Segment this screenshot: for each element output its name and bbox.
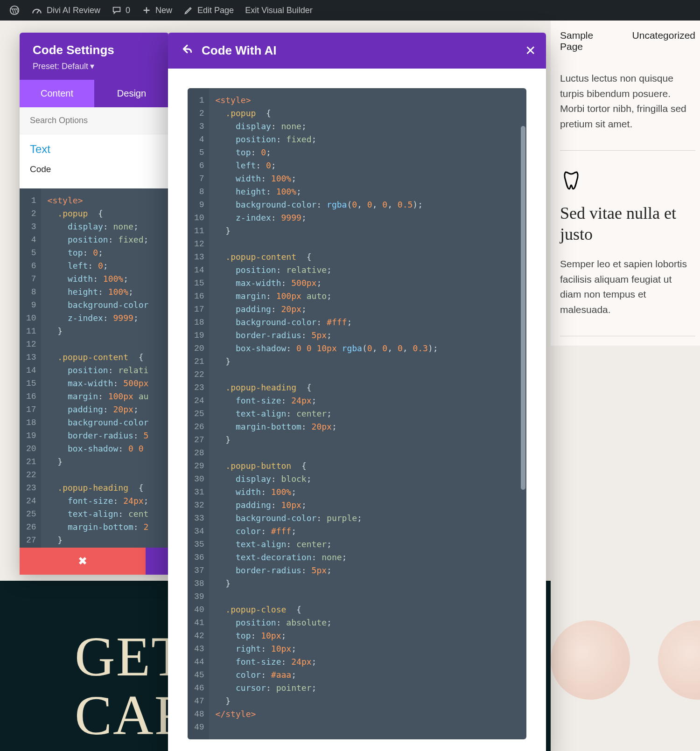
back-icon[interactable]	[181, 43, 193, 58]
search-options-input[interactable]	[20, 107, 169, 134]
panel-tabs: Content Design	[20, 80, 169, 107]
panel-header[interactable]: Code Settings Preset: Default▾	[20, 33, 169, 80]
panel-footer: ✖	[20, 548, 169, 575]
code-with-ai-modal: Code With AI ✕ 1234567891011121314151617…	[168, 33, 546, 751]
wp-site-name: Divi AI Review	[47, 6, 100, 15]
ai-modal-title: Code With AI	[202, 43, 277, 58]
decorative-circles	[551, 620, 700, 700]
code-editor-ai[interactable]: 1234567891011121314151617181920212223242…	[188, 88, 526, 739]
wp-comments[interactable]: 0	[106, 0, 136, 21]
text-section: Text Code	[20, 134, 169, 188]
site-nav: Sample Page Uncategorized	[560, 30, 695, 52]
wp-comment-count: 0	[126, 6, 130, 15]
cancel-button[interactable]: ✖	[20, 548, 146, 575]
code-label: Code	[30, 164, 159, 174]
save-button[interactable]	[146, 548, 169, 575]
wp-admin-bar: Divi AI Review 0 New Edit Page Exit Visu…	[0, 0, 700, 21]
close-icon[interactable]: ✕	[525, 43, 536, 58]
wp-logo[interactable]	[4, 0, 25, 21]
page-right-column: Sample Page Uncategorized Luctus lectus …	[551, 21, 700, 346]
ai-modal-header: Code With AI	[168, 33, 546, 69]
wp-exit-builder[interactable]: Exit Visual Builder	[239, 0, 318, 21]
article-block-2: Sed vitae nulla et justo Semper leo et s…	[560, 169, 695, 336]
preset-selector[interactable]: Preset: Default▾	[33, 61, 156, 71]
article-block-1: Luctus lectus non quisque turpis bibendu…	[560, 71, 695, 151]
article-body: Luctus lectus non quisque turpis bibendu…	[560, 71, 695, 132]
wp-new[interactable]: New	[136, 0, 178, 21]
code-editor-small[interactable]: 1234567891011121314151617181920212223242…	[20, 188, 169, 548]
scrollbar-thumb[interactable]	[521, 126, 525, 490]
code-settings-panel: Code Settings Preset: Default▾ Content D…	[20, 33, 169, 575]
nav-uncategorized[interactable]: Uncategorized	[632, 30, 695, 52]
tab-design[interactable]: Design	[94, 80, 169, 107]
wp-edit-page[interactable]: Edit Page	[178, 0, 239, 21]
wp-site-link[interactable]: Divi AI Review	[25, 0, 106, 21]
tooth-icon	[560, 169, 695, 194]
nav-sample-page[interactable]: Sample Page	[560, 30, 614, 52]
section-header[interactable]: Text	[30, 143, 159, 156]
article-body: Semper leo et sapien lobortis facilisis …	[560, 257, 695, 317]
article-title: Sed vitae nulla et justo	[560, 203, 695, 245]
tab-content[interactable]: Content	[20, 80, 94, 107]
panel-title: Code Settings	[33, 43, 156, 57]
